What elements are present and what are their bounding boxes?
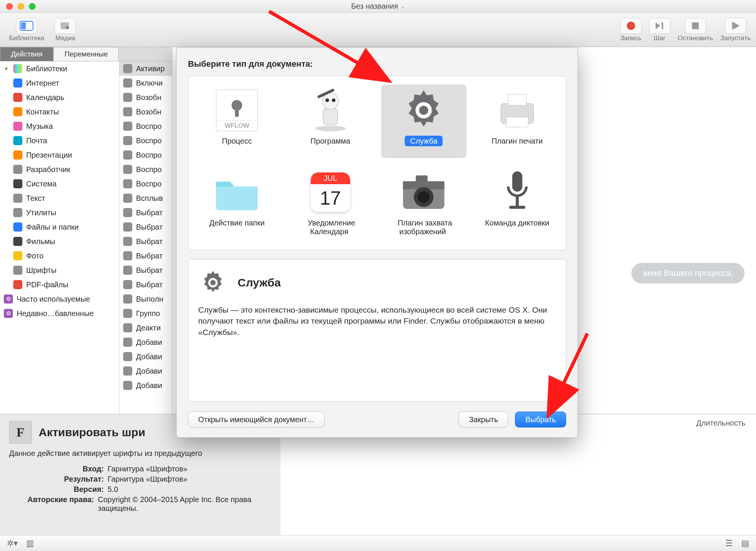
zoom-window-button[interactable] [29, 3, 36, 10]
smart-folder-label: Часто используемые [17, 295, 90, 304]
category-item[interactable]: ▼ Фильмы [0, 234, 119, 249]
category-label: Фото [26, 252, 44, 260]
category-item[interactable]: ▼ Утилиты [0, 205, 119, 220]
smart-folder-icon: ⚙ [4, 294, 13, 304]
action-item[interactable]: Добави [119, 378, 172, 393]
action-icon [123, 323, 132, 332]
action-item[interactable]: Выбрат [119, 277, 172, 292]
action-item[interactable]: Добави [119, 335, 172, 349]
category-item[interactable]: ▼ Почта [0, 133, 119, 148]
calendar-alarm-template[interactable]: JUL17 Уведомление Календаря [288, 166, 373, 240]
svg-point-3 [66, 26, 69, 29]
category-label: Текст [26, 194, 45, 203]
template-label: Программа [308, 137, 352, 156]
category-item[interactable]: ▼ Фото [0, 249, 119, 263]
info-key: Версия: [9, 485, 104, 494]
action-item[interactable]: Выбрат [119, 249, 172, 263]
action-item[interactable]: Выбрат [119, 263, 172, 277]
action-item[interactable]: Выполн [119, 292, 172, 306]
action-item[interactable]: Возобн [119, 90, 172, 105]
info-value: 5.0 [108, 485, 118, 494]
stop-button[interactable]: Остановить [678, 18, 713, 42]
smart-folder-icon: ⚙ [4, 309, 13, 318]
library-categories[interactable]: ▼ Библиотеки ▼ Интернет ▼ Календарь ▼ Ко… [0, 61, 119, 414]
info-value: Copyright © 2004–2015 Apple Inc. Все пра… [98, 495, 274, 513]
application-template[interactable]: Программа [288, 85, 373, 158]
action-item[interactable]: Включи [119, 76, 172, 90]
category-item[interactable]: ▼ Контакты [0, 105, 119, 119]
service-template[interactable]: Служба [381, 85, 466, 158]
category-item[interactable]: ▼ PDF-файлы [0, 277, 119, 292]
action-item[interactable]: Активир [119, 61, 172, 76]
action-item[interactable]: Выбрат [119, 205, 172, 220]
dictation-template[interactable]: Команда диктовки [475, 166, 560, 240]
view-grid-icon[interactable]: ▤ [741, 538, 749, 548]
record-button[interactable]: Запись [620, 18, 642, 42]
action-item[interactable]: Возобн [119, 105, 172, 119]
open-existing-button[interactable]: Открыть имеющийся документ… [188, 412, 325, 427]
folder-action-template[interactable]: Действие папки [194, 166, 280, 240]
workflow-template[interactable]: WFLOW Процесс [194, 85, 280, 158]
media-button[interactable]: Медиа [55, 18, 76, 42]
image-capture-template[interactable]: Плагин захвата изображений [381, 166, 466, 240]
tab-actions[interactable]: Действия [0, 47, 53, 61]
toolbar-label: Запись [620, 34, 642, 42]
info-row: Версия: 5.0 [9, 485, 274, 494]
category-item[interactable]: ▼ Разработчик [0, 162, 119, 177]
tab-variables[interactable]: Переменные [53, 47, 119, 61]
action-item[interactable]: Всплыв [119, 191, 172, 205]
action-item[interactable]: Группо [119, 306, 172, 321]
action-label: Выбрат [136, 223, 163, 232]
action-item[interactable]: Воспро [119, 119, 172, 133]
action-info-desc: Данное действие активирует шрифты из пре… [9, 449, 274, 458]
action-icon [123, 64, 132, 73]
action-item[interactable]: Воспро [119, 162, 172, 177]
library-root[interactable]: ▼ Библиотеки [0, 61, 119, 76]
print-plugin-template[interactable]: Плагин печати [475, 85, 560, 158]
action-item[interactable]: Воспро [119, 148, 172, 162]
run-button[interactable]: Запустить [720, 18, 751, 42]
disclosure-triangle-icon[interactable]: ▼ [4, 66, 9, 72]
category-item[interactable]: ▼ Шрифты [0, 263, 119, 277]
action-item[interactable]: Выбрат [119, 220, 172, 234]
category-icon [13, 280, 22, 289]
category-item[interactable]: ▼ Файлы и папки [0, 220, 119, 234]
template-desc-title: Служба [238, 276, 281, 289]
library-actions-list[interactable]: Активир Включи Возобн Возобн Воспро Восп… [119, 61, 172, 414]
category-item[interactable]: ▼ Календарь [0, 90, 119, 105]
minimize-window-button[interactable] [17, 3, 24, 10]
close-window-button[interactable] [6, 3, 13, 10]
action-label: Добави [136, 381, 162, 390]
toolbar-left: Библиотека Медиа [9, 18, 76, 42]
svg-rect-1 [21, 22, 26, 29]
category-item[interactable]: ▼ Музыка [0, 119, 119, 133]
gear-menu-icon[interactable]: ✲▾ [7, 538, 18, 548]
view-flow-icon[interactable]: ▥ [26, 538, 34, 548]
action-label: Воспро [136, 165, 162, 174]
smart-folder-item[interactable]: ⚙ Часто используемые [0, 292, 119, 306]
category-label: Календарь [26, 93, 64, 102]
gear-icon [198, 268, 228, 297]
action-item[interactable]: Деакти [119, 321, 172, 335]
choose-button[interactable]: Выбрать [515, 412, 566, 427]
title-dropdown-icon[interactable]: ⌄ [401, 3, 405, 9]
info-value: Гарнитура «Шрифтов» [108, 475, 188, 484]
action-item[interactable]: Воспро [119, 177, 172, 191]
action-item[interactable]: Добави [119, 364, 172, 378]
view-list-icon[interactable]: ☰ [725, 538, 733, 548]
info-key: Вход: [9, 465, 104, 473]
close-button[interactable]: Закрыть [459, 412, 508, 427]
category-item[interactable]: ▼ Текст [0, 191, 119, 205]
svg-rect-19 [506, 117, 528, 127]
category-item[interactable]: ▼ Система [0, 177, 119, 191]
library-button[interactable]: Библиотека [9, 18, 44, 42]
action-item[interactable]: Добави [119, 349, 172, 364]
step-button[interactable]: Шаг [649, 18, 670, 42]
action-item[interactable]: Воспро [119, 133, 172, 148]
category-icon [13, 93, 22, 102]
smart-folder-item[interactable]: ⚙ Недавно…бавленные [0, 306, 119, 321]
category-item[interactable]: ▼ Презентации [0, 148, 119, 162]
action-item[interactable]: Выбрат [119, 234, 172, 249]
category-item[interactable]: ▼ Интернет [0, 76, 119, 90]
search-field[interactable] [119, 47, 172, 61]
